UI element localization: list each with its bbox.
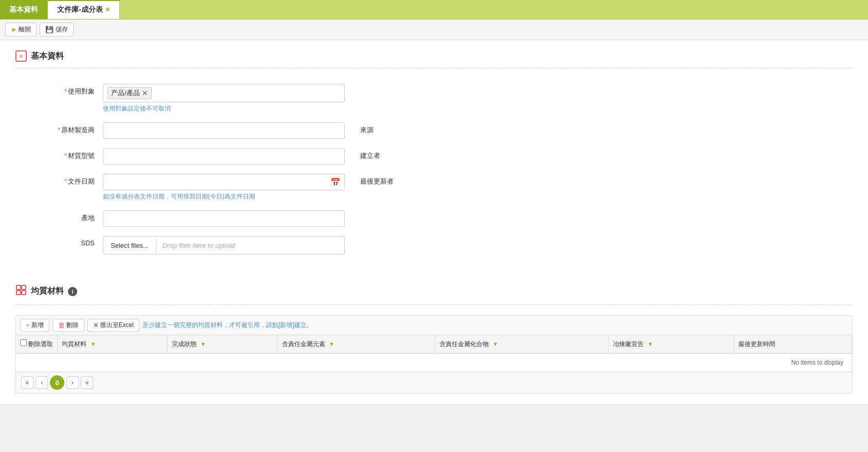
pag-last-btn[interactable]: » [81, 376, 93, 389]
pagination: « ‹ 0 › » [15, 372, 853, 393]
main-content: ≡ 基本資料 使用對象 产品/產品 ✕ 使用對象設定後不可取消 原材製造商 [0, 40, 868, 404]
field-material-type [103, 148, 345, 165]
col-checkbox-label: 刪除選取 [28, 340, 53, 348]
col-smelter: 冶煉廠宣告 ▼ [608, 335, 734, 353]
svg-rect-2 [16, 291, 21, 295]
save-button[interactable]: 💾 儲存 [40, 23, 74, 37]
grid-table: 刪除選取 均質材料 ▼ 完成狀態 ▼ 含責任金屬元素 ▼ [16, 335, 852, 372]
col-material: 均質材料 ▼ [58, 335, 168, 353]
row-doc-date: 文件日期 📅 如沒有成分表文件日期，可用填寫日期(今日)為文件日期 最後更新者 [15, 174, 853, 201]
target-tag-input[interactable]: 产品/產品 ✕ [103, 84, 345, 102]
label-sds: SDS [15, 236, 103, 247]
form-area: 使用對象 产品/產品 ✕ 使用對象設定後不可取消 原材製造商 來源 材質型號 [15, 79, 853, 274]
doc-date-hint: 如沒有成分表文件日期，可用填寫日期(今日)為文件日期 [103, 192, 345, 201]
grid-toolbar: + 新增 🗑 刪除 ✕ 匯出至Excel 至少建立一個完整的均質材料，才可被引用… [15, 315, 853, 335]
filter-compounds-icon[interactable]: ▼ [492, 341, 498, 347]
col-hazardous-elements: 含責任金屬元素 ▼ [277, 335, 435, 353]
row-sds: SDS Select files... Drop files here to u… [15, 236, 853, 255]
col-checkbox: 刪除選取 [16, 335, 58, 353]
target-tag: 产品/產品 ✕ [108, 87, 152, 99]
label-doc-date: 文件日期 [15, 174, 103, 186]
label-origin: 產地 [15, 210, 103, 223]
toolbar: ➤ 離開 💾 儲存 [0, 20, 868, 40]
manufacturer-input[interactable] [103, 122, 345, 139]
section2-icon [15, 284, 27, 298]
pag-prev-btn[interactable]: ‹ [36, 376, 48, 389]
section2: 均質材料 i + 新增 🗑 刪除 ✕ 匯出至Excel 至少建立一個完整的均質材… [15, 284, 853, 393]
filter-elements-icon[interactable]: ▼ [329, 341, 334, 347]
origin-input[interactable] [103, 210, 345, 227]
source-label: 來源 [345, 122, 396, 135]
delete-button[interactable]: 🗑 刪除 [52, 319, 84, 332]
col-hazardous-compounds: 含責任金屬化合物 ▼ [435, 335, 608, 353]
save-icon: 💾 [45, 26, 54, 33]
label-target: 使用對象 [15, 84, 103, 96]
field-manufacturer [103, 122, 345, 139]
filter-material-icon[interactable]: ▼ [91, 341, 96, 347]
tab-docs[interactable]: 文件庫-成分表 ✕ [48, 0, 120, 19]
target-hint: 使用對象設定後不可取消 [103, 104, 345, 113]
grid-hint: 至少建立一個完整的均質材料，才可被引用，請點[新增]建立。 [143, 321, 313, 330]
label-manufacturer: 原材製造商 [15, 122, 103, 135]
export-label: 匯出至Excel [100, 321, 134, 330]
row-origin: 產地 [15, 210, 853, 227]
add-icon: + [26, 321, 30, 329]
add-label: 新增 [31, 321, 44, 330]
add-button[interactable]: + 新增 [20, 319, 49, 332]
pag-current: 0 [50, 375, 64, 390]
row-target: 使用對象 产品/產品 ✕ 使用對象設定後不可取消 [15, 84, 853, 113]
section1-icon: ≡ [15, 50, 27, 62]
no-items-row: No items to display [16, 353, 852, 372]
section2-divider [15, 304, 853, 305]
save-label: 儲存 [56, 25, 68, 34]
target-tag-label: 产品/產品 [111, 88, 140, 98]
date-input-wrap: 📅 [103, 174, 345, 190]
select-all-checkbox[interactable] [20, 339, 27, 346]
svg-rect-0 [16, 285, 21, 290]
filter-smelter-icon[interactable]: ▼ [647, 341, 653, 347]
row-manufacturer: 原材製造商 來源 [15, 122, 853, 139]
open-icon: ➤ [11, 26, 16, 33]
info-icon[interactable]: i [68, 287, 77, 296]
open-label: 離開 [19, 25, 31, 34]
delete-icon: 🗑 [58, 321, 65, 329]
export-excel-button[interactable]: ✕ 匯出至Excel [87, 319, 139, 332]
doc-date-input[interactable] [103, 174, 345, 190]
section2-title: 均質材料 [31, 286, 64, 297]
tab-docs-label: 文件庫-成分表 [57, 5, 103, 14]
pag-next-btn[interactable]: › [66, 376, 79, 389]
section2-header: 均質材料 i [15, 284, 853, 298]
field-sds: Select files... Drop files here to uploa… [103, 236, 345, 255]
svg-rect-3 [22, 291, 26, 295]
last-updater-label: 最後更新者 [345, 174, 396, 186]
col-last-updated: 最後更新時間 [734, 335, 852, 353]
select-files-button[interactable]: Select files... [103, 239, 156, 252]
label-material-type: 材質型號 [15, 148, 103, 160]
field-origin [103, 210, 345, 227]
section1-divider [15, 68, 853, 68]
tab-docs-icon: ✕ [105, 6, 110, 13]
excel-icon: ✕ [93, 321, 99, 329]
drop-zone: Drop files here to upload [156, 239, 344, 252]
section1-title: 基本資料 [31, 51, 64, 62]
target-tag-remove[interactable]: ✕ [142, 89, 148, 97]
field-target: 产品/產品 ✕ 使用對象設定後不可取消 [103, 84, 345, 113]
tab-basic[interactable]: 基本資料 [0, 0, 48, 19]
col-status: 完成狀態 ▼ [168, 335, 278, 353]
filter-status-icon[interactable]: ▼ [200, 341, 206, 347]
delete-label: 刪除 [66, 321, 79, 330]
tab-bar: 基本資料 文件庫-成分表 ✕ [0, 0, 868, 20]
tab-basic-label: 基本資料 [9, 5, 38, 14]
creator-label: 建立者 [345, 148, 396, 160]
table-header-row: 刪除選取 均質材料 ▼ 完成狀態 ▼ 含責任金屬元素 ▼ [16, 335, 852, 353]
field-doc-date: 📅 如沒有成分表文件日期，可用填寫日期(今日)為文件日期 [103, 174, 345, 201]
grid-table-wrap: 刪除選取 均質材料 ▼ 完成狀態 ▼ 含責任金屬元素 ▼ [15, 335, 853, 372]
material-type-input[interactable] [103, 148, 345, 165]
row-material-type: 材質型號 建立者 [15, 148, 853, 165]
file-upload: Select files... Drop files here to uploa… [103, 236, 345, 255]
svg-rect-1 [22, 285, 26, 290]
section1-header: ≡ 基本資料 [15, 50, 853, 62]
open-button[interactable]: ➤ 離開 [5, 23, 37, 37]
pag-first-btn[interactable]: « [21, 376, 33, 389]
no-items-cell: No items to display [16, 353, 852, 372]
